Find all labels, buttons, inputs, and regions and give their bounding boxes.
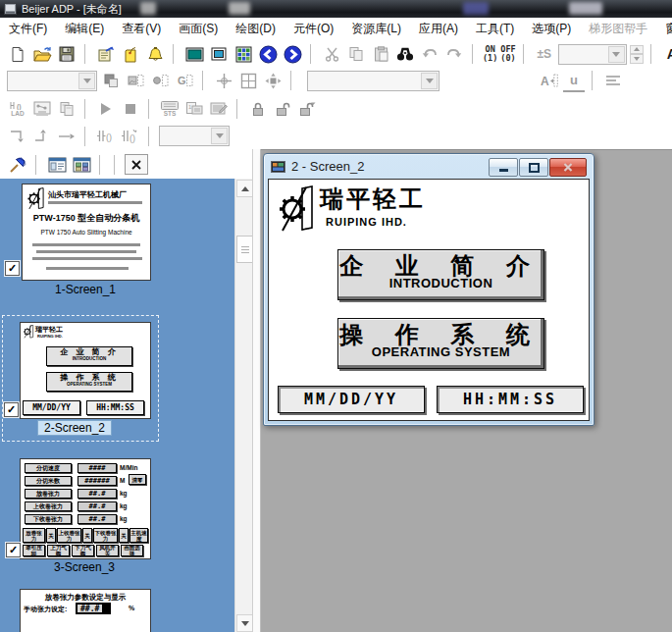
thumb3-row-unit: M/Min [120, 464, 137, 471]
screen-thumbnail-4[interactable]: 放卷张力参数设定与显示 手动张力设定: ##.# % [20, 589, 151, 632]
thumb3-bottom-button: 画面选择 [121, 545, 143, 556]
text-line-placeholder [36, 250, 136, 253]
unlock-icon [272, 98, 293, 120]
panel-splitter[interactable] [252, 149, 261, 632]
screen1-label[interactable]: 1-Screen_1 [22, 283, 149, 296]
separator [523, 44, 527, 64]
screen-thumbnail-3[interactable]: 分切速度####M/Min 分切米数######M 清零 放卷张力##.#kg … [20, 458, 151, 559]
screen-thumbnail-2[interactable]: 瑞平轻工 RUIPING IHD. 企 业 简 介INTRODUCTION 操 … [20, 322, 151, 419]
screen-thumbnail-1[interactable]: 汕头市瑞平轻工机械厂 PTW-1750 型全自动分条机 PTW 1750 Aut… [22, 184, 151, 281]
thumb3-bottom-button: 风机开关 [96, 545, 119, 556]
screen2-window[interactable]: 2 - Screen_2 瑞平轻工 RUIPING IHD. 企 业 简 介 I… [263, 153, 594, 426]
screen2-window-titlebar[interactable]: 2 - Screen_2 [264, 154, 594, 179]
titlebar-glass-artifact [140, 2, 156, 15]
text-field-icon: A [539, 70, 560, 91]
next-screen-icon[interactable] [282, 43, 303, 65]
separator [84, 99, 88, 119]
thumbnail-view-icon[interactable] [71, 154, 92, 176]
thumb3-row-unit: kg [120, 515, 128, 522]
screen3-checkbox[interactable]: ✓ [6, 543, 21, 557]
mdi-workspace: 2 - Screen_2 瑞平轻工 RUIPING IHD. 企 业 简 介 I… [261, 149, 672, 632]
spinner-down-icon [630, 54, 644, 64]
alarm-bell-icon[interactable] [144, 43, 166, 65]
lad-icon: ()LAD [7, 98, 28, 120]
save-icon[interactable] [56, 43, 78, 65]
svg-text:A: A [541, 75, 549, 88]
ladder-combo [159, 126, 230, 146]
text-line-placeholder [46, 267, 129, 270]
copy-screen-icon [56, 98, 78, 120]
off-button[interactable]: OFF(0) [500, 43, 515, 65]
detail-view-icon[interactable] [46, 154, 68, 176]
sts-icon: STS [159, 98, 181, 120]
window-title: Beijer ADP - [未命名] [22, 2, 122, 17]
on-button[interactable]: ON(1) [483, 43, 497, 65]
run-icon [95, 98, 117, 120]
screen1-checkbox[interactable]: ✓ [5, 261, 20, 276]
menu-item-library[interactable]: 资源库(L) [342, 18, 410, 40]
thumb2-logo-en: RUIPING IHD. [37, 334, 63, 339]
screen-copy-icon: 1 [183, 98, 205, 120]
thumb1-model-en: PTW 1750 Auto Slitting Machine [23, 229, 150, 236]
thumb3-row-label: 下收卷张力 [25, 514, 72, 524]
tag-icon[interactable] [120, 43, 141, 65]
pin-icon[interactable] [7, 154, 28, 176]
thumb3-row-unit: kg [120, 490, 128, 497]
menu-item-options[interactable]: 选项(P) [523, 18, 580, 40]
company-logo-subtext: RUIPING IHD. [326, 216, 407, 228]
separator [650, 44, 654, 64]
prev-screen-icon[interactable] [257, 43, 279, 65]
screen-preview-icon[interactable] [208, 43, 230, 65]
text-line-placeholder [32, 243, 140, 246]
menu-item-draw[interactable]: 绘图(D) [227, 18, 284, 40]
screen2-checkbox[interactable]: ✓ [4, 402, 19, 417]
scroll-up-icon[interactable] [236, 180, 252, 197]
menu-item-edit[interactable]: 编辑(E) [56, 18, 113, 40]
titlebar-glass-artifact [229, 2, 250, 15]
separator [310, 44, 314, 64]
menu-item-tools[interactable]: 工具(T) [467, 18, 523, 40]
introduction-button[interactable]: 企 业 简 介 INTRODUCTION [337, 249, 544, 300]
thumb1-company: 汕头市瑞平轻工机械厂 [48, 189, 127, 200]
panel-scrollbar[interactable] [234, 179, 252, 632]
font-button[interactable]: A [661, 43, 672, 65]
toolbar-ladder: () () [0, 123, 230, 149]
state-spinner [630, 45, 644, 64]
close-button[interactable] [549, 158, 587, 177]
menu-item-screen[interactable]: 画面(S) [170, 18, 227, 40]
restore-button[interactable] [519, 158, 548, 177]
thumb4-title: 放卷张力参数设定与显示 [21, 593, 150, 603]
route-up-icon [31, 126, 53, 147]
thumb3-row-unit: M [120, 477, 125, 484]
find-icon[interactable] [394, 43, 416, 65]
menu-item-application[interactable]: 应用(A) [410, 18, 467, 40]
menu-item-object[interactable]: 元件(O) [284, 18, 342, 40]
time-field[interactable]: HH:MM:SS [437, 386, 584, 413]
svg-text:(): () [129, 133, 135, 143]
resize-object-icon [262, 70, 284, 91]
scrollbar-thumb[interactable] [236, 236, 252, 263]
paste-icon [370, 43, 391, 65]
tile-screens-icon[interactable] [233, 43, 254, 65]
minimize-button[interactable] [489, 158, 518, 177]
chevron-down-icon [608, 46, 625, 63]
screen2-label[interactable]: 2-Screen_2 [37, 420, 112, 436]
operating-system-button[interactable]: 操 作 系 统 OPERATING SYSTEM [337, 318, 544, 369]
screen2-canvas[interactable]: 瑞平轻工 RUIPING IHD. 企 业 简 介 INTRODUCTION 操… [268, 179, 590, 421]
scroll-down-icon[interactable] [236, 614, 252, 632]
separator [99, 155, 103, 175]
close-panel-button[interactable] [125, 154, 148, 175]
document-export-icon[interactable] [95, 43, 117, 65]
menu-item-file[interactable]: 文件(F) [0, 18, 56, 40]
menu-item-view[interactable]: 查看(V) [113, 18, 170, 40]
screen-window-icon [271, 161, 285, 173]
screen-view-icon[interactable] [183, 43, 205, 65]
menu-item-window[interactable]: 窗口(W) [656, 18, 672, 40]
open-folder-icon[interactable] [31, 43, 53, 65]
screen3-label[interactable]: 3-Screen_3 [20, 560, 149, 574]
date-field[interactable]: MM/DD/YY [278, 386, 425, 413]
thumb3-bottom-button: 上刀气阀 [47, 545, 70, 556]
new-document-icon[interactable] [7, 43, 28, 65]
checkbox-checked-icon: ✓ [8, 263, 17, 274]
screen-edit-icon [208, 98, 230, 120]
